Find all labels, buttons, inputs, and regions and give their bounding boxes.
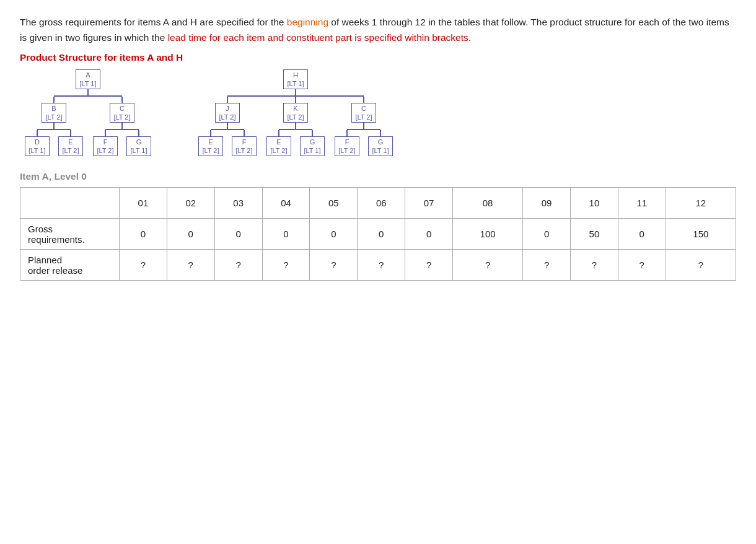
- branch-e-under-b: E[LT 2]: [54, 130, 87, 157]
- gross-requirements-label: Grossrequirements.: [20, 219, 120, 250]
- header-week-02: 02: [167, 188, 214, 219]
- node-b: B[LT 2]: [42, 103, 66, 123]
- branch-g-under-ch: G[LT 1]: [364, 130, 397, 157]
- header-week-04: 04: [262, 188, 310, 219]
- branch-b: B[LT 2] D[LT 1]: [20, 97, 88, 157]
- branch-d: D[LT 1]: [20, 130, 54, 157]
- table-header-row: 01 02 03 04 05 06 07 08 09 10 11 12: [20, 188, 736, 219]
- gross-w10: 50: [571, 219, 618, 250]
- node-e-k: E[LT 2]: [266, 136, 291, 157]
- node-g-c: G[LT 1]: [126, 136, 151, 157]
- header-week-06: 06: [358, 188, 405, 219]
- node-d: D[LT 1]: [25, 136, 49, 157]
- gross-w07: 0: [405, 219, 453, 250]
- header-week-01: 01: [120, 188, 167, 219]
- tree-h: H[LT 1] J[LT 2] E[LT 2]: [193, 69, 398, 157]
- node-a: A[LT 1]: [76, 69, 100, 90]
- planned-w10: ?: [571, 250, 618, 281]
- header-week-03: 03: [214, 188, 262, 219]
- node-f-c: F[LT 2]: [93, 136, 117, 157]
- node-j: J[LT 2]: [215, 103, 239, 123]
- trees-wrapper: A[LT 1] B[LT 2]: [20, 69, 736, 157]
- gross-w09: 0: [523, 219, 571, 250]
- gross-w12: 150: [666, 219, 736, 250]
- header-week-09: 09: [523, 188, 571, 219]
- planned-w11: ?: [618, 250, 666, 281]
- product-structure-title: Product Structure for items A and H: [20, 52, 736, 63]
- branch-c: C[LT 2] F[LT 2]: [88, 97, 156, 157]
- branch-j: J[LT 2] E[LT 2] F[LT 2]: [193, 97, 262, 157]
- mrp-table: 01 02 03 04 05 06 07 08 09 10 11 12 Gros…: [20, 187, 736, 281]
- tree-a: A[LT 1] B[LT 2]: [20, 69, 156, 157]
- gross-w01: 0: [120, 219, 167, 250]
- intro-paragraph: The gross requirements for items A and H…: [20, 15, 736, 46]
- planned-w02: ?: [167, 250, 214, 281]
- node-g-ch: G[LT 1]: [368, 136, 392, 157]
- planned-w12: ?: [666, 250, 736, 281]
- planned-w05: ?: [310, 250, 358, 281]
- intro-text-part1: The gross requirements for items A and H…: [20, 17, 287, 27]
- header-label-cell: [20, 188, 120, 219]
- branch-g-under-k: G[LT 1]: [296, 130, 329, 157]
- branch-k: K[LT 2] E[LT 2] G[LT 1]: [262, 97, 330, 157]
- planned-w08: ?: [453, 250, 523, 281]
- branch-e-under-k: E[LT 2]: [262, 130, 296, 157]
- planned-order-release-row: Plannedorder release ? ? ? ? ? ? ? ? ? ?…: [20, 250, 736, 281]
- branch-c-under-h: C[LT 2] F[LT 2] G[LT 1]: [330, 97, 398, 157]
- gross-w08: 100: [453, 219, 523, 250]
- planned-w04: ?: [262, 250, 310, 281]
- gross-w11: 0: [618, 219, 666, 250]
- header-week-11: 11: [618, 188, 666, 219]
- header-week-05: 05: [310, 188, 358, 219]
- header-week-08: 08: [453, 188, 523, 219]
- section-title: Item A, Level 0: [20, 171, 736, 182]
- gross-w05: 0: [310, 219, 358, 250]
- planned-w01: ?: [120, 250, 167, 281]
- node-k: K[LT 2]: [283, 103, 307, 123]
- gross-w06: 0: [358, 219, 405, 250]
- branch-f-under-c: F[LT 2]: [89, 130, 122, 157]
- branch-g-under-c: G[LT 1]: [122, 130, 156, 157]
- planned-w03: ?: [214, 250, 262, 281]
- intro-highlight-leadtime: lead time for each item and constituent …: [168, 32, 471, 43]
- node-f-ch: F[LT 2]: [335, 136, 359, 157]
- branch-f-under-j: F[LT 2]: [227, 130, 261, 157]
- planned-w06: ?: [358, 250, 405, 281]
- node-c-h: C[LT 2]: [351, 103, 376, 123]
- node-e-b: E[LT 2]: [58, 136, 82, 157]
- gross-requirements-row: Grossrequirements. 0 0 0 0 0 0 0 100 0 5…: [20, 219, 736, 250]
- node-f-j: F[LT 2]: [232, 136, 256, 157]
- node-c: C[LT 2]: [110, 103, 134, 123]
- header-week-10: 10: [571, 188, 618, 219]
- intro-highlight-beginning: beginning: [287, 17, 328, 27]
- header-week-07: 07: [405, 188, 453, 219]
- planned-w09: ?: [523, 250, 571, 281]
- branch-e-under-j: E[LT 2]: [194, 130, 227, 157]
- gross-w04: 0: [262, 219, 310, 250]
- gross-w03: 0: [214, 219, 262, 250]
- branch-f-under-ch: F[LT 2]: [330, 130, 364, 157]
- node-h: H[LT 1]: [283, 69, 307, 90]
- planned-order-label: Plannedorder release: [20, 250, 120, 281]
- node-e-j: E[LT 2]: [198, 136, 222, 157]
- node-g-k: G[LT 1]: [300, 136, 324, 157]
- planned-w07: ?: [405, 250, 453, 281]
- header-week-12: 12: [666, 188, 736, 219]
- gross-w02: 0: [167, 219, 214, 250]
